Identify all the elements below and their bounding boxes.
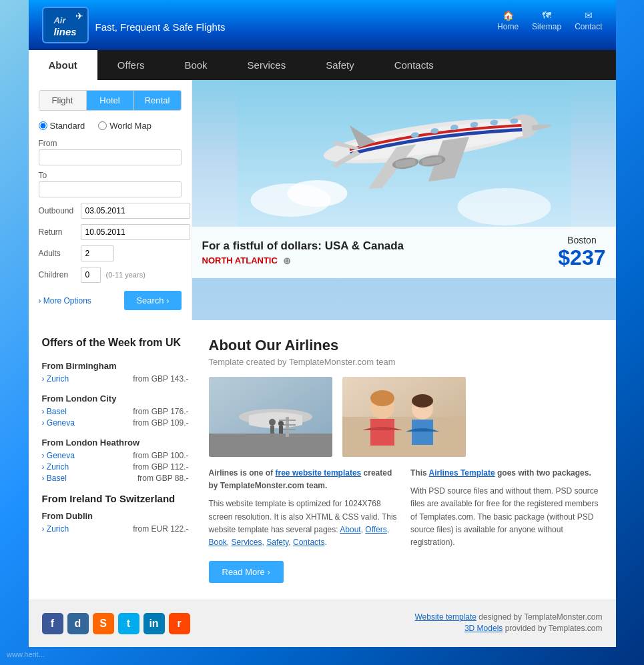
header-nav-top: 🏠 Home 🗺 Sitemap ✉ Contact: [497, 10, 602, 31]
offer-link-zurich-2[interactable]: Zurich: [42, 462, 69, 472]
about-image-boarding: [209, 377, 332, 457]
svg-rect-26: [279, 426, 283, 434]
from-input[interactable]: [39, 149, 182, 165]
main-navigation: About Offers Book Services Safety Contac…: [29, 50, 616, 80]
facebook-icon[interactable]: f: [42, 613, 63, 634]
offer-group-london-city: From London City Basel from GBP 176.- Ge…: [42, 394, 189, 428]
svg-point-25: [278, 421, 284, 426]
free-templates-link[interactable]: free website templates: [276, 468, 362, 478]
airlines-template-link[interactable]: Airlines Template: [429, 468, 495, 478]
main-container: ✈ Air lines Fast, Frequent & Safe Flight…: [29, 0, 616, 647]
nav-services[interactable]: Services: [228, 50, 306, 80]
tab-hotel[interactable]: Hotel: [87, 91, 134, 110]
offer-price-4: from GBP 100.-: [133, 451, 188, 460]
about-images: [209, 377, 603, 457]
tab-flight[interactable]: Flight: [39, 91, 87, 110]
offer-link-basel-2[interactable]: Basel: [42, 474, 67, 483]
linkedin-icon[interactable]: in: [143, 613, 165, 634]
about-section: About Our Airlines Template created by T…: [209, 337, 603, 583]
nav-safety[interactable]: Safety: [306, 50, 374, 80]
offer-link-geneva-2[interactable]: Geneva: [42, 451, 75, 460]
offer-link-zurich-3[interactable]: Zurich: [42, 524, 69, 534]
children-input[interactable]: [81, 267, 101, 283]
view-options: Standard World Map: [39, 121, 182, 131]
book-link[interactable]: Book: [209, 538, 227, 547]
about-link[interactable]: About: [340, 525, 360, 534]
more-options-link[interactable]: More Options: [39, 296, 91, 305]
offer-link-basel-1[interactable]: Basel: [42, 407, 67, 416]
airplane-svg: [192, 80, 616, 227]
search-button[interactable]: Search: [124, 291, 181, 310]
expand-icon[interactable]: ⊕: [283, 255, 291, 266]
nav-contact[interactable]: ✉ Contact: [575, 10, 602, 31]
nav-home[interactable]: 🏠 Home: [497, 10, 519, 31]
tab-rental[interactable]: Rental: [134, 91, 181, 110]
offer-link-zurich-1[interactable]: Zurich: [42, 374, 69, 384]
from-field-row: From: [39, 139, 182, 165]
services-link[interactable]: Services: [232, 538, 262, 547]
content-area: Flight Hotel Rental Standard World Map: [29, 80, 616, 320]
offer-item: Basel from GBP 176.-: [42, 407, 189, 416]
about-columns: Airlines is one of free website template…: [209, 467, 603, 583]
standard-radio-label[interactable]: Standard: [39, 121, 85, 131]
nav-book[interactable]: Book: [164, 50, 227, 80]
children-row: Children (0-11 years): [39, 267, 182, 283]
safety-link[interactable]: Safety: [266, 538, 288, 547]
banner-city: Boston: [558, 235, 605, 245]
offers-section2-title: From Ireland To Switzerland: [42, 493, 189, 504]
3d-models-link[interactable]: 3D Models: [464, 624, 503, 633]
worldmap-radio[interactable]: [98, 121, 107, 130]
return-input[interactable]: [81, 224, 190, 240]
form-actions: More Options Search: [39, 291, 182, 310]
svg-rect-28: [342, 417, 466, 457]
home-icon: 🏠: [503, 10, 514, 21]
svg-point-31: [370, 390, 394, 406]
stumbleupon-icon[interactable]: S: [93, 613, 114, 634]
offer-link-geneva-1[interactable]: Geneva: [42, 418, 75, 428]
worldmap-radio-label[interactable]: World Map: [98, 121, 151, 131]
offer-item: Geneva from GBP 100.-: [42, 451, 189, 460]
to-label: To: [39, 171, 182, 180]
footer: f d S t in r Website template designed b…: [29, 600, 616, 647]
nav-sitemap[interactable]: 🗺 Sitemap: [532, 10, 561, 31]
banner-title: For a fistful of dollars: USA & Canada: [202, 239, 404, 253]
return-row: Return: [39, 224, 182, 240]
booking-tabs: Flight Hotel Rental: [39, 90, 182, 111]
offer-price-1: from GBP 143.-: [133, 374, 188, 384]
adults-input[interactable]: [81, 245, 114, 261]
about-subtitle: Template created by TemplateMonster.com …: [209, 357, 603, 367]
nav-contacts[interactable]: Contacts: [374, 50, 454, 80]
about-col-1: Airlines is one of free website template…: [209, 467, 401, 583]
offers-link[interactable]: Offers: [365, 525, 386, 534]
offer-city-2: From London City: [42, 394, 189, 404]
nav-offers[interactable]: Offers: [97, 50, 165, 80]
read-more-button[interactable]: Read More ›: [209, 561, 284, 583]
offer-group-dublin: From Dublin Zurich from EUR 122.-: [42, 511, 189, 534]
standard-radio[interactable]: [39, 121, 47, 130]
children-label: Children: [39, 270, 75, 279]
svg-rect-30: [370, 419, 394, 446]
offer-city-4: From Dublin: [42, 511, 189, 521]
offer-price-2: from GBP 176.-: [133, 407, 188, 416]
offer-item: Geneva from GBP 109.-: [42, 418, 189, 428]
plane-icon: ✈: [75, 11, 83, 21]
offer-price-5: from GBP 112.-: [133, 462, 188, 472]
contacts-link[interactable]: Contacts: [293, 538, 324, 547]
about-title: About Our Airlines: [209, 337, 603, 354]
header: ✈ Air lines Fast, Frequent & Safe Flight…: [29, 0, 616, 50]
svg-point-23: [269, 419, 276, 426]
to-input[interactable]: [39, 181, 182, 197]
svg-point-34: [412, 394, 433, 408]
reddit-icon[interactable]: r: [169, 613, 190, 634]
lower-content: Offers of the Week from UK From Birmingh…: [29, 320, 616, 600]
svg-rect-24: [270, 426, 274, 434]
about-image-people: [342, 377, 466, 457]
banner-price: Boston $237: [558, 235, 605, 270]
booking-sidebar: Flight Hotel Rental Standard World Map: [29, 80, 192, 320]
delicious-icon[interactable]: d: [67, 613, 89, 634]
offer-group-birmingham: From Birmingham Zurich from GBP 143.-: [42, 361, 189, 384]
outbound-input[interactable]: [81, 203, 190, 219]
website-template-link[interactable]: Website template: [414, 612, 476, 622]
twitter-icon[interactable]: t: [118, 613, 139, 634]
nav-about[interactable]: About: [29, 50, 97, 80]
